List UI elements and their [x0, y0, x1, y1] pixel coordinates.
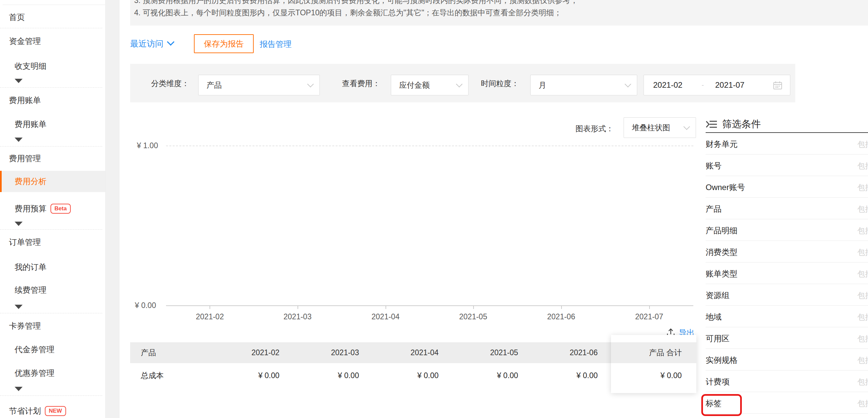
- chevron-down-icon: [683, 123, 690, 130]
- table-header-row: 产品 2021-02 2021-03 2021-04 2021-05 2021-…: [130, 342, 611, 363]
- collapse-arrow-icon[interactable]: [14, 387, 23, 391]
- divider: [0, 395, 102, 396]
- collapse-arrow-icon[interactable]: [14, 138, 23, 142]
- sidebar-item-budget[interactable]: 费用预算 Beta: [14, 203, 71, 214]
- filter-row-instance-type[interactable]: 实例规格 包括: [706, 349, 868, 370]
- sidebar-item-cost-analysis-active[interactable]: 费用分析: [0, 171, 105, 192]
- divider: [0, 28, 102, 28]
- chart-form-select[interactable]: 堆叠柱状图: [624, 117, 696, 138]
- sidebar-group-orders[interactable]: 订单管理: [9, 237, 41, 247]
- report-management-link[interactable]: 报告管理: [260, 39, 291, 50]
- sidebar-group-coupons[interactable]: 卡券管理: [9, 321, 41, 331]
- filter-row-label: 产品明细: [706, 225, 738, 236]
- recent-visits-dropdown[interactable]: 最近访问: [130, 38, 173, 49]
- sidebar-item-label: 费用账单: [14, 119, 46, 129]
- filter-row-billing-item[interactable]: 计费项 包括: [706, 370, 868, 392]
- report-toolbar: 最近访问 保存为报告 报告管理: [130, 33, 529, 55]
- axis-tick: [473, 306, 474, 309]
- column-header-month: 2021-04: [372, 348, 452, 357]
- sidebar-item-label: 费用分析: [14, 176, 46, 187]
- x-axis-label: 2021-03: [271, 312, 324, 321]
- axis-tick: [561, 306, 562, 309]
- sidebar-item-income-expense[interactable]: 收支明细: [14, 61, 46, 71]
- column-header-product: 产品: [130, 348, 213, 358]
- sidebar-group-bills[interactable]: 费用账单: [9, 95, 41, 106]
- filter-operator: 包括: [857, 161, 868, 171]
- filter-row-owner-account[interactable]: Owner账号 包括: [706, 176, 868, 198]
- sidebar-item-label: 代金券管理: [14, 344, 55, 355]
- sidebar-item-label: 续费管理: [14, 285, 46, 295]
- value-cell: ¥ 0.00: [293, 371, 373, 380]
- dimension-select[interactable]: 产品: [198, 75, 320, 95]
- sidebar-item-label: 卡券管理: [9, 321, 41, 331]
- sidebar-item-label: 资金管理: [9, 36, 41, 47]
- filter-row-label: 地域: [706, 312, 721, 322]
- sidebar-item-my-orders[interactable]: 我的订单: [14, 262, 46, 272]
- sidebar-item-label: 收支明细: [14, 61, 46, 71]
- filter-row-finance-unit[interactable]: 财务单元 包括: [706, 133, 868, 154]
- notice-banner: 3. 预测费用根据用户的历史后付费费用估算，因此仅预测后付费费用变化，可能与预测…: [130, 0, 868, 26]
- collapse-arrow-icon[interactable]: [14, 79, 23, 83]
- cost-analysis-page: 首页 资金管理 收支明细 费用账单 费用账单 费用管理 费用分析 费用预算 Be…: [0, 0, 868, 418]
- filter-row-resource-group[interactable]: 资源组 包括: [706, 284, 868, 306]
- filter-operator: 包括: [857, 269, 868, 279]
- sidebar-group-funds[interactable]: 资金管理: [9, 36, 41, 47]
- beta-badge: Beta: [51, 204, 71, 214]
- axis-tick: [298, 306, 298, 309]
- collapse-arrow-icon[interactable]: [14, 305, 23, 309]
- divider: [0, 229, 102, 230]
- filter-row-product-detail[interactable]: 产品明细 包括: [706, 219, 868, 241]
- sidebar-item-bills[interactable]: 费用账单: [14, 119, 46, 129]
- filter-row-bill-type[interactable]: 账单类型 包括: [706, 263, 868, 284]
- filter-rows: 财务单元 包括 账号 包括 Owner账号 包括 产品 包括 产品明细 包括 消…: [706, 133, 868, 414]
- chevron-down-icon: [625, 81, 631, 87]
- filter-operator: 包括: [857, 398, 868, 409]
- filter-row-label: 账号: [706, 160, 721, 171]
- filter-row-label: 可用区: [706, 333, 730, 344]
- sidebar-item-label: 节省计划: [9, 406, 41, 416]
- axis-tick: [210, 306, 210, 309]
- collapse-arrow-icon[interactable]: [14, 221, 23, 226]
- date-range-picker[interactable]: 2021-02 - 2021-07: [644, 75, 790, 95]
- sidebar-item-discount-coupons[interactable]: 优惠券管理: [14, 368, 55, 379]
- column-header-month: 2021-02: [213, 348, 293, 357]
- value-cell: ¥ 0.00: [372, 371, 452, 380]
- sidebar-item-renewal[interactable]: 续费管理: [14, 285, 46, 295]
- x-axis-label: 2021-07: [623, 312, 676, 321]
- filter-collapse-icon[interactable]: [706, 119, 718, 129]
- dimension-value: 产品: [207, 80, 222, 90]
- sidebar-item-label: 订单管理: [9, 237, 41, 247]
- sidebar-item-vouchers[interactable]: 代金券管理: [14, 344, 55, 355]
- total-value-cell: ¥ 0.00: [611, 363, 696, 388]
- date-end-value: 2021-07: [715, 81, 744, 90]
- new-badge: NEW: [45, 406, 66, 416]
- divider: [0, 87, 102, 88]
- filter-row-region[interactable]: 地域 包括: [706, 306, 868, 327]
- granularity-select[interactable]: 月: [530, 75, 637, 95]
- sidebar-group-cost-mgmt[interactable]: 费用管理: [9, 153, 41, 164]
- filter-row-label: 账单类型: [706, 268, 738, 279]
- sidebar-item-savings-plan[interactable]: 节省计划 NEW: [9, 406, 66, 416]
- filter-row-label: 产品: [706, 204, 721, 214]
- x-axis-label: 2021-02: [183, 312, 237, 321]
- filter-row-zone[interactable]: 可用区 包括: [706, 327, 868, 349]
- fee-type-select[interactable]: 应付金额: [391, 75, 468, 95]
- filter-row-label: Owner账号: [706, 182, 745, 193]
- filter-operator: 包括: [857, 334, 868, 344]
- filter-row-product[interactable]: 产品 包括: [706, 198, 868, 219]
- notice-line-3: 3. 预测费用根据用户的历史后付费费用估算，因此仅预测后付费费用变化，可能与预测…: [134, 0, 868, 5]
- filter-operator: 包括: [857, 355, 868, 365]
- filter-operator: 包括: [857, 226, 868, 236]
- date-start-value: 2021-02: [653, 81, 682, 90]
- save-as-report-button[interactable]: 保存为报告: [194, 34, 254, 53]
- sidebar-gutter: [105, 0, 120, 418]
- sidebar-item-home[interactable]: 首页: [9, 12, 25, 23]
- value-cell: ¥ 0.00: [452, 371, 532, 380]
- x-axis-line: [166, 305, 693, 306]
- filter-row-account[interactable]: 账号 包括: [706, 154, 868, 176]
- filter-row-consumption-type[interactable]: 消费类型 包括: [706, 241, 868, 263]
- axis-tick: [385, 306, 386, 309]
- filter-panel-header: 筛选条件: [706, 117, 868, 131]
- value-cell: ¥ 0.00: [213, 371, 293, 380]
- filter-operator: 包括: [857, 139, 868, 150]
